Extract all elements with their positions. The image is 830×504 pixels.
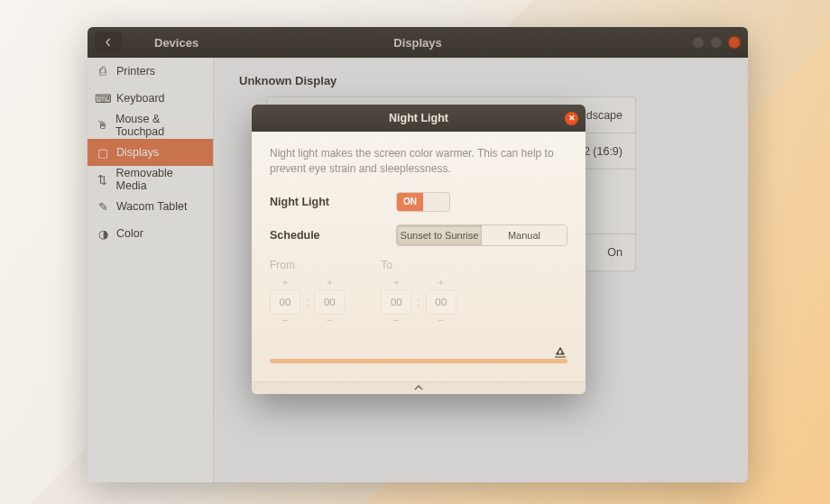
from-min-value: 00 bbox=[314, 289, 345, 315]
from-min-spinner[interactable]: + 00 − bbox=[314, 277, 345, 327]
dialog-close-button[interactable]: ✕ bbox=[565, 112, 578, 125]
color-temp-slider[interactable] bbox=[270, 351, 567, 372]
to-hour-spinner[interactable]: + 00 − bbox=[381, 277, 411, 327]
colon: : bbox=[306, 296, 309, 308]
from-hour-spinner[interactable]: + 00 − bbox=[270, 277, 300, 327]
colon: : bbox=[417, 296, 420, 308]
dialog-title: Night Light bbox=[389, 112, 448, 124]
from-label: From bbox=[270, 259, 345, 271]
switch-on-label: ON bbox=[397, 193, 423, 211]
minus-icon: − bbox=[426, 315, 456, 327]
close-icon: ✕ bbox=[568, 114, 576, 123]
from-hour-value: 00 bbox=[270, 289, 300, 315]
schedule-manual-button[interactable]: Manual bbox=[482, 225, 567, 245]
slider-track bbox=[270, 359, 567, 363]
to-min-value: 00 bbox=[426, 289, 456, 315]
minus-icon: − bbox=[270, 315, 300, 327]
warmth-icon bbox=[553, 345, 567, 360]
schedule-auto-button[interactable]: Sunset to Sunrise bbox=[397, 225, 482, 245]
schedule-segmented: Sunset to Sunrise Manual bbox=[396, 225, 567, 246]
chevron-up-icon bbox=[414, 385, 423, 390]
to-label: To bbox=[381, 259, 456, 271]
night-light-dialog: Night Light ✕ Night light makes the scre… bbox=[252, 105, 586, 394]
plus-icon: + bbox=[314, 277, 345, 289]
expand-handle[interactable] bbox=[252, 381, 586, 394]
plus-icon: + bbox=[426, 277, 456, 289]
plus-icon: + bbox=[381, 277, 411, 289]
night-light-label: Night Light bbox=[270, 196, 396, 208]
dialog-description: Night light makes the screen color warme… bbox=[270, 146, 567, 178]
minus-icon: − bbox=[314, 315, 345, 327]
to-hour-value: 00 bbox=[381, 289, 411, 315]
time-range: From + 00 − : + 00 − To bbox=[270, 259, 567, 327]
plus-icon: + bbox=[270, 277, 300, 289]
dialog-titlebar: Night Light ✕ bbox=[252, 105, 586, 132]
schedule-label: Schedule bbox=[270, 229, 396, 242]
switch-off-side bbox=[423, 193, 449, 211]
to-min-spinner[interactable]: + 00 − bbox=[426, 277, 456, 327]
minus-icon: − bbox=[381, 315, 411, 327]
night-light-toggle[interactable]: ON bbox=[396, 192, 450, 212]
